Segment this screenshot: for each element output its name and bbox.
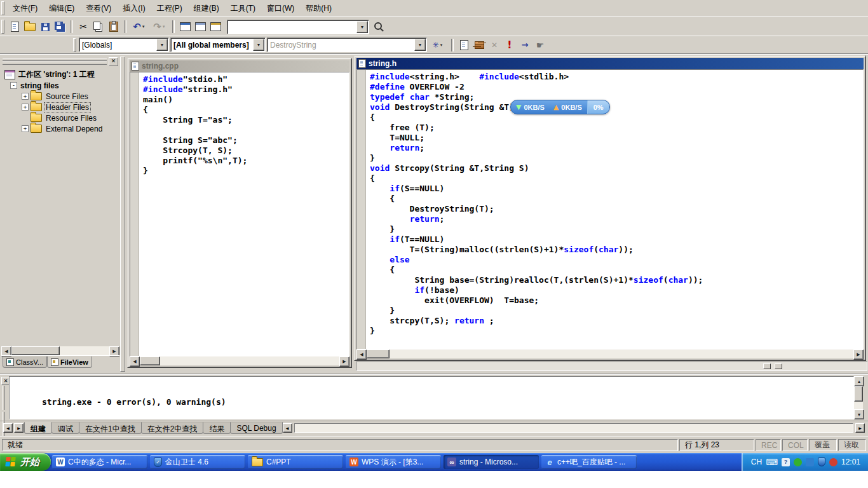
taskbar-item-folder[interactable]: C#PPT [248, 455, 343, 469]
stop-build-button[interactable]: ✕ [487, 37, 502, 52]
scroll-right-icon[interactable]: ▶ [853, 349, 864, 360]
open-file-button[interactable] [22, 20, 37, 34]
wizard-actions-button[interactable]: ✳▼ [427, 37, 449, 52]
build-button[interactable] [471, 37, 487, 52]
security-shield-icon[interactable] [818, 458, 825, 466]
tab-scroll-right-icon[interactable]: ▶ [14, 423, 24, 433]
dock-grip[interactable] [3, 386, 6, 411]
paste-button[interactable] [106, 20, 121, 34]
chevron-down-icon[interactable]: ▼ [156, 39, 168, 51]
workspace-toggle-button[interactable] [177, 20, 193, 34]
menu-help[interactable]: 帮助(H) [300, 1, 337, 16]
start-button[interactable]: 开始 [0, 453, 51, 471]
tree-item-workspace-root[interactable]: 工作区 'string': 1 工程 [1, 69, 119, 80]
chevron-down-icon[interactable]: ▼ [253, 39, 264, 51]
scrollbar-track[interactable] [390, 349, 853, 358]
tab-find-in-files-1[interactable]: 在文件1中查找 [79, 422, 142, 434]
taskbar-item-ie[interactable]: e c++吧_百度贴吧 - ... [541, 455, 637, 469]
menu-view[interactable]: 查看(V) [80, 1, 117, 16]
scrollbar-track[interactable] [294, 423, 853, 433]
execute-button[interactable]: ! [502, 37, 517, 52]
net-speed-widget[interactable]: ▼ 0KB/S ▲ 0KB/S 0% [510, 100, 610, 114]
mdi-scroll-strip[interactable] [356, 362, 867, 371]
tab-find-in-files-2[interactable]: 在文件2中查找 [141, 422, 204, 434]
editor-horizontal-scrollbar[interactable]: ◀ ▶ [356, 349, 864, 358]
antivirus-icon[interactable] [794, 458, 802, 466]
chevron-down-icon[interactable]: ▼ [414, 39, 426, 51]
cut-button[interactable]: ✂ [76, 20, 91, 34]
scroll-left-icon[interactable]: ◀ [356, 349, 367, 360]
menu-insert[interactable]: 插入(I) [117, 1, 151, 16]
scroll-up-icon[interactable]: ▲ [854, 376, 864, 386]
editor-title-bar-cpp[interactable]: string.cpp [130, 60, 349, 72]
find-combobox[interactable]: ▼ [227, 20, 369, 34]
scroll-left-icon[interactable]: ◀ [130, 356, 140, 367]
code-area-h[interactable]: #include<string.h> #include<stdlib.h>#de… [366, 70, 863, 349]
chevron-down-icon[interactable]: ▼ [356, 21, 368, 33]
scrollbar-thumb[interactable] [854, 386, 863, 402]
member-filter-combobox[interactable]: [All global members] ▼ [170, 37, 266, 52]
menu-file[interactable]: 文件(F) [7, 1, 43, 16]
taskbar-item-kingsoft[interactable]: ✓ 金山卫士 4.6 [150, 455, 245, 469]
tree-item-header-files[interactable]: + Header Files [1, 102, 119, 112]
editor-horizontal-scrollbar[interactable]: ◀ ▶ [130, 356, 349, 365]
tab-scroll-right-icon[interactable]: ▶ [855, 423, 865, 433]
tab-build[interactable]: 组建 [24, 422, 52, 434]
scrollbar-track[interactable] [854, 402, 863, 409]
redo-button[interactable]: ↷▼ [149, 20, 170, 34]
copy-button[interactable] [91, 20, 106, 34]
collapse-icon[interactable]: - [10, 82, 17, 89]
menu-project[interactable]: 工程(P) [151, 1, 188, 16]
menu-window[interactable]: 窗口(W) [261, 1, 300, 16]
taskbar-item-wps[interactable]: W WPS 演示 - [第3... [346, 455, 441, 469]
scrollbar-thumb[interactable] [763, 363, 771, 369]
tab-debug[interactable]: 调试 [51, 422, 79, 434]
scrollbar-thumb[interactable] [775, 363, 782, 369]
scrollbar-track[interactable] [60, 346, 109, 355]
window-list-button[interactable] [208, 20, 223, 34]
scroll-right-icon[interactable]: ▶ [339, 356, 349, 367]
toolbar-grip[interactable] [1, 1, 4, 15]
go-debug-button[interactable]: → [517, 37, 532, 52]
undo-button[interactable]: ↶▼ [129, 20, 149, 34]
close-icon[interactable]: ✕ [109, 57, 118, 66]
tab-scroll-left-icon[interactable]: ◀ [3, 423, 13, 433]
tab-sql-debug[interactable]: SQL Debug [230, 422, 282, 434]
scrollbar-thumb[interactable] [367, 349, 390, 358]
scrollbar-thumb[interactable] [140, 356, 160, 365]
menu-tools[interactable]: 工具(T) [225, 1, 261, 16]
tab-scroll-left-icon[interactable]: ◀ [283, 423, 292, 433]
output-toggle-button[interactable] [193, 20, 208, 34]
taskbar-item-word[interactable]: W C中的多态 - Micr... [52, 455, 147, 469]
expand-icon[interactable]: + [22, 93, 29, 100]
keyboard-icon[interactable]: ⌨ [766, 458, 778, 466]
panel-splitter[interactable] [120, 57, 125, 372]
scroll-down-icon[interactable]: ▼ [854, 409, 864, 419]
expand-icon[interactable]: + [22, 104, 29, 111]
update-icon[interactable] [829, 458, 837, 466]
menu-edit[interactable]: 编辑(E) [43, 1, 80, 16]
toolbar-grip[interactable] [73, 38, 76, 52]
save-button[interactable] [37, 20, 53, 34]
scrollbar-thumb[interactable] [11, 346, 60, 355]
expand-icon[interactable]: + [22, 125, 29, 132]
breakpoint-button[interactable]: ☛ [532, 37, 548, 52]
tab-results[interactable]: 结果 [203, 422, 231, 434]
tree-item-project[interactable]: - string files [1, 80, 119, 91]
save-all-button[interactable] [53, 20, 68, 34]
tab-classview[interactable]: ClassV... [3, 356, 47, 368]
input-method-icon[interactable]: ? [782, 458, 790, 466]
selection-margin[interactable] [357, 70, 366, 349]
tree-item-external-dependencies[interactable]: + External Depend [1, 123, 119, 134]
wizard-action-combobox[interactable]: DestroyString ▼ [267, 37, 427, 52]
find-in-files-button[interactable] [372, 20, 387, 34]
scrollbar-track[interactable] [160, 356, 339, 365]
compile-button[interactable] [456, 37, 471, 52]
selection-margin[interactable] [130, 72, 139, 356]
tree-item-source-files[interactable]: + Source Files [1, 91, 119, 102]
code-area-cpp[interactable]: #include"stdio.h"#include"string.h"main(… [139, 72, 349, 356]
language-indicator[interactable]: CH [751, 458, 762, 466]
toolbar-grip[interactable] [1, 20, 4, 34]
class-filter-combobox[interactable]: [Globals] ▼ [79, 37, 169, 52]
menu-build[interactable]: 组建(B) [188, 1, 225, 16]
